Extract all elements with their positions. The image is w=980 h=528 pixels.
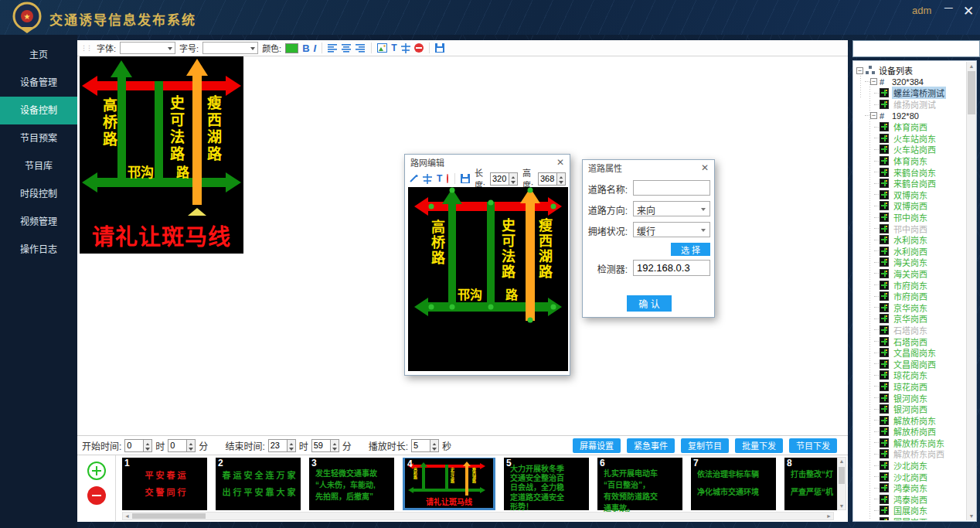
tree-device-item[interactable]: 国展岗西 xyxy=(854,516,965,520)
tree-device-item[interactable]: 来鹤台岗东 xyxy=(854,166,965,178)
tree-device-item[interactable]: 水利岗东 xyxy=(854,234,965,246)
tree-device-item[interactable]: 水利岗西 xyxy=(854,246,965,257)
sidebar-item[interactable]: 视频管理 xyxy=(0,208,77,236)
tree-root-item[interactable]: −设备列表 xyxy=(854,65,965,77)
tree-device-item[interactable]: 解放桥岗东 xyxy=(854,414,965,426)
roadnet-canvas[interactable]: 高桥路 史可法路 瘦西湖路 邗沟 路 xyxy=(408,187,568,371)
start-minute-input[interactable] xyxy=(168,440,186,451)
strip-vertical-scrollbar[interactable]: ▲ ▼ xyxy=(837,457,846,510)
end-minute-input[interactable] xyxy=(312,440,330,451)
start-minute-stepper[interactable] xyxy=(168,439,196,452)
bold-icon[interactable]: B xyxy=(302,43,309,54)
delete-icon[interactable] xyxy=(447,174,447,183)
image-icon[interactable] xyxy=(377,43,387,53)
roadnet-dialog-titlebar[interactable]: 路网编辑 ✕ xyxy=(405,155,570,170)
sidebar-item[interactable]: 操作日志 xyxy=(0,236,77,264)
add-program-button[interactable] xyxy=(87,462,106,480)
tree-device-item[interactable]: 体育岗东 xyxy=(854,155,965,167)
sidebar-item[interactable]: 节目库 xyxy=(0,152,77,180)
sidebar-item[interactable]: 主页 xyxy=(0,41,77,69)
tree-device-item[interactable]: 邗中岗东 xyxy=(854,212,965,223)
action-button[interactable]: 批量下发 xyxy=(735,438,783,453)
action-button[interactable]: 节目下发 xyxy=(789,438,837,453)
tree-expander-icon[interactable]: − xyxy=(870,78,877,85)
minimize-button[interactable]: ─ xyxy=(944,1,953,14)
edit-canvas[interactable]: 高桥路 史可法路 瘦西湖路 邗沟 路 请礼让斑马线 路网编辑 ✕ xyxy=(77,56,848,435)
toolbar-drag-handle[interactable]: ⋮⋮ xyxy=(80,44,91,52)
program-thumbnail[interactable]: 5大力开展秋冬季 交通安全整治百 日会战，全力稳 定道路交通安全 形势！ xyxy=(504,458,589,510)
program-thumbnail[interactable]: 8打击整改“灯 严查严惩“机 xyxy=(784,458,839,510)
text-tool-icon[interactable]: T xyxy=(391,43,396,53)
tree-device-item[interactable]: 邗中岗西 xyxy=(854,223,965,234)
end-minute-stepper[interactable] xyxy=(311,439,339,452)
tree-device-item[interactable]: 双博岗东 xyxy=(854,189,965,201)
align-center-icon[interactable] xyxy=(342,44,352,53)
tree-device-item[interactable]: 螺丝湾桥测试 xyxy=(854,87,965,99)
scrollbar-thumb[interactable] xyxy=(132,513,206,519)
tree-device-item[interactable]: 海关岗西 xyxy=(854,268,965,280)
scrollbar-thumb[interactable] xyxy=(968,71,975,114)
tree-device-item[interactable]: 市府岗西 xyxy=(854,291,965,302)
tree-device-item[interactable]: 火车站岗西 xyxy=(854,144,965,155)
tree-device-item[interactable]: 鸿泰岗西 xyxy=(854,494,965,506)
sidebar-item[interactable]: 节目预案 xyxy=(0,124,77,152)
tree-device-item[interactable]: 文昌阁岗西 xyxy=(854,358,965,370)
save-icon[interactable] xyxy=(435,43,444,53)
tree-device-item[interactable]: 鸿泰岗东 xyxy=(854,482,965,494)
tree-device-item[interactable]: 沙北岗东 xyxy=(854,460,965,472)
tree-device-item[interactable]: 来鹤台岗西 xyxy=(854,178,965,189)
tree-device-item[interactable]: 京华岗西 xyxy=(854,313,965,325)
action-button[interactable]: 屏幕设置 xyxy=(573,438,621,453)
road-direction-select[interactable]: 来向 xyxy=(633,201,710,216)
align-left-icon[interactable] xyxy=(328,44,338,53)
led-display-preview[interactable]: 高桥路 史可法路 瘦西湖路 邗沟 路 请礼让斑马线 xyxy=(80,56,243,254)
confirm-button[interactable]: 确 认 xyxy=(627,295,672,312)
program-thumbnail[interactable]: 4 高桥路 史可法路 瘦西湖路 请礼让斑马线 xyxy=(403,458,495,510)
font-select[interactable] xyxy=(120,42,175,54)
tree-device-item[interactable]: 体育岗西 xyxy=(854,121,965,133)
road-name-input[interactable] xyxy=(633,180,710,196)
tree-scrollbar[interactable]: ▲ ▼ xyxy=(966,62,976,520)
sidebar-item[interactable]: 设备控制 xyxy=(0,97,77,124)
select-detector-button[interactable]: 选 择 xyxy=(671,243,710,256)
tree-device-item[interactable]: 海关岗东 xyxy=(854,257,965,268)
scrollbar-thumb[interactable] xyxy=(839,467,845,484)
scroll-down-icon[interactable]: ▼ xyxy=(967,513,976,519)
roadnet-close-icon[interactable]: ✕ xyxy=(556,157,564,168)
detector-input[interactable] xyxy=(633,260,710,276)
scroll-right-icon[interactable]: ► xyxy=(826,513,832,519)
road-network-icon[interactable] xyxy=(423,174,432,184)
tree-expander-icon[interactable]: − xyxy=(870,112,877,119)
tree-device-item[interactable]: 双博岗西 xyxy=(854,200,965,212)
tree-device-item[interactable]: 石塔岗东 xyxy=(854,325,965,336)
tree-device-item[interactable]: 银河岗东 xyxy=(854,392,965,404)
tree-device-item[interactable]: 京华岗东 xyxy=(854,301,965,313)
tree-group-item[interactable]: −#192*80 xyxy=(854,110,965,121)
program-thumbnail[interactable]: 2春运安全连万家 出行平安靠大家 xyxy=(216,458,301,510)
close-button[interactable]: ✕ xyxy=(963,3,974,19)
start-hour-stepper[interactable] xyxy=(124,439,152,452)
tree-device-item[interactable]: 琼花岗西 xyxy=(854,381,965,393)
tree-device-item[interactable]: 解放桥岗西 xyxy=(854,426,965,438)
tree-device-item[interactable]: 银河岗西 xyxy=(854,404,965,415)
scroll-left-icon[interactable]: ◄ xyxy=(124,513,130,519)
tree-device-item[interactable]: 沙北岗西 xyxy=(854,471,965,482)
pen-icon[interactable] xyxy=(409,174,418,183)
delete-icon[interactable] xyxy=(414,43,424,53)
tree-device-item[interactable]: 解放桥东岗西 xyxy=(854,448,965,460)
scroll-up-icon[interactable]: ▲ xyxy=(838,458,846,464)
tree-device-item[interactable]: 市府岗东 xyxy=(854,279,965,291)
tree-device-item[interactable]: 解放桥东岗东 xyxy=(854,438,965,449)
sidebar-item[interactable]: 时段控制 xyxy=(0,180,77,208)
save-icon[interactable] xyxy=(461,174,470,183)
text-tool-icon[interactable]: T xyxy=(437,173,442,184)
duration-stepper[interactable] xyxy=(411,439,439,452)
start-hour-input[interactable] xyxy=(125,440,143,451)
sidebar-item[interactable]: 设备管理 xyxy=(0,69,77,97)
height-input[interactable] xyxy=(539,173,556,185)
tree-group-item[interactable]: −#320*384 xyxy=(854,77,965,88)
duration-input[interactable] xyxy=(412,440,430,451)
program-thumbnail[interactable]: 7依法治理非标车辆 净化城市交通环境 xyxy=(691,458,776,510)
align-right-icon[interactable] xyxy=(356,44,366,53)
tree-device-item[interactable]: 琼花岗东 xyxy=(854,370,965,381)
